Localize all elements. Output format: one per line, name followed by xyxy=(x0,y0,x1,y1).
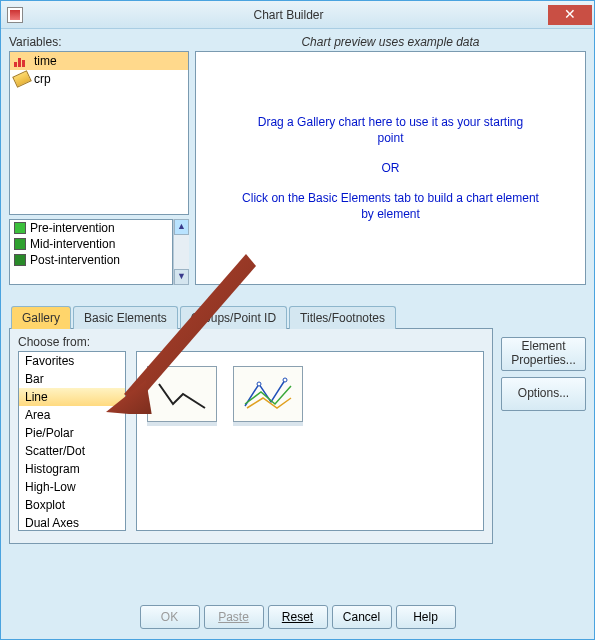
preview-hint-2: Click on the Basic Elements tab to build… xyxy=(236,190,546,222)
tab-basic-elements[interactable]: Basic Elements xyxy=(73,306,178,329)
tab-strip: Gallery Basic Elements Groups/Point ID T… xyxy=(9,305,493,328)
options-button[interactable]: Options... xyxy=(501,377,586,411)
chart-type-item[interactable]: High-Low xyxy=(19,478,125,496)
tab-titles-footnotes[interactable]: Titles/Footnotes xyxy=(289,306,396,329)
category-item[interactable]: Mid-intervention xyxy=(10,236,172,252)
ruler-icon xyxy=(12,70,32,88)
app-icon xyxy=(7,7,23,23)
categories-scrollbar[interactable]: ▲ ▼ xyxy=(173,219,189,285)
category-item[interactable]: Pre-intervention xyxy=(10,220,172,236)
variables-label: Variables: xyxy=(9,35,189,49)
chart-type-item[interactable]: Area xyxy=(19,406,125,424)
chart-preview-dropzone[interactable]: Drag a Gallery chart here to use it as y… xyxy=(195,51,586,285)
color-swatch xyxy=(14,254,26,266)
chart-type-item[interactable]: Dual Axes xyxy=(19,514,125,532)
categories-list[interactable]: Pre-interventionMid-interventionPost-int… xyxy=(9,219,173,285)
chart-type-item[interactable]: Favorites xyxy=(19,352,125,370)
chart-type-item[interactable]: Scatter/Dot xyxy=(19,442,125,460)
svg-point-1 xyxy=(283,378,287,382)
window-title: Chart Builder xyxy=(29,8,548,22)
button-bar: OK Paste Reset Cancel Help xyxy=(1,605,594,629)
gallery-panel: Choose from: FavoritesBarLineAreaPie/Pol… xyxy=(9,328,493,544)
multiple-line-icon xyxy=(241,376,295,412)
category-item[interactable]: Post-intervention xyxy=(10,252,172,268)
chart-type-list[interactable]: FavoritesBarLineAreaPie/PolarScatter/Dot… xyxy=(18,351,126,531)
chart-type-item[interactable]: Line xyxy=(19,388,125,406)
thumb-multiple-line[interactable] xyxy=(233,366,303,422)
scroll-up-button[interactable]: ▲ xyxy=(174,219,189,235)
color-swatch xyxy=(14,238,26,250)
ok-button[interactable]: OK xyxy=(140,605,200,629)
simple-line-icon xyxy=(155,376,209,412)
chart-type-item[interactable]: Bar xyxy=(19,370,125,388)
category-label: Post-intervention xyxy=(30,253,120,267)
variables-list[interactable]: timecrp xyxy=(9,51,189,215)
thumb-simple-line[interactable] xyxy=(147,366,217,422)
color-swatch xyxy=(14,222,26,234)
chart-type-item[interactable]: Pie/Polar xyxy=(19,424,125,442)
tab-gallery[interactable]: Gallery xyxy=(11,306,71,329)
preview-hint-or: OR xyxy=(382,160,400,176)
chart-type-item[interactable]: Boxplot xyxy=(19,496,125,514)
preview-caption: Chart preview uses example data xyxy=(195,35,586,49)
variable-label: crp xyxy=(34,72,51,86)
variable-item[interactable]: crp xyxy=(10,70,188,88)
chart-thumbnails xyxy=(136,351,484,531)
element-properties-button[interactable]: Element Properties... xyxy=(501,337,586,371)
preview-hint-1: Drag a Gallery chart here to use it as y… xyxy=(251,114,531,146)
tab-groups-point-id[interactable]: Groups/Point ID xyxy=(180,306,287,329)
svg-point-0 xyxy=(257,382,261,386)
variable-label: time xyxy=(34,54,57,68)
choose-from-label: Choose from: xyxy=(18,335,484,349)
close-button[interactable]: ✕ xyxy=(548,5,592,25)
scroll-down-button[interactable]: ▼ xyxy=(174,269,189,285)
variable-item[interactable]: time xyxy=(10,52,188,70)
help-button[interactable]: Help xyxy=(396,605,456,629)
chart-type-item[interactable]: Histogram xyxy=(19,460,125,478)
category-label: Mid-intervention xyxy=(30,237,115,251)
cancel-button[interactable]: Cancel xyxy=(332,605,392,629)
category-label: Pre-intervention xyxy=(30,221,115,235)
bar-icon xyxy=(14,55,30,67)
reset-button[interactable]: Reset xyxy=(268,605,328,629)
paste-button[interactable]: Paste xyxy=(204,605,264,629)
title-bar: Chart Builder ✕ xyxy=(1,1,594,29)
